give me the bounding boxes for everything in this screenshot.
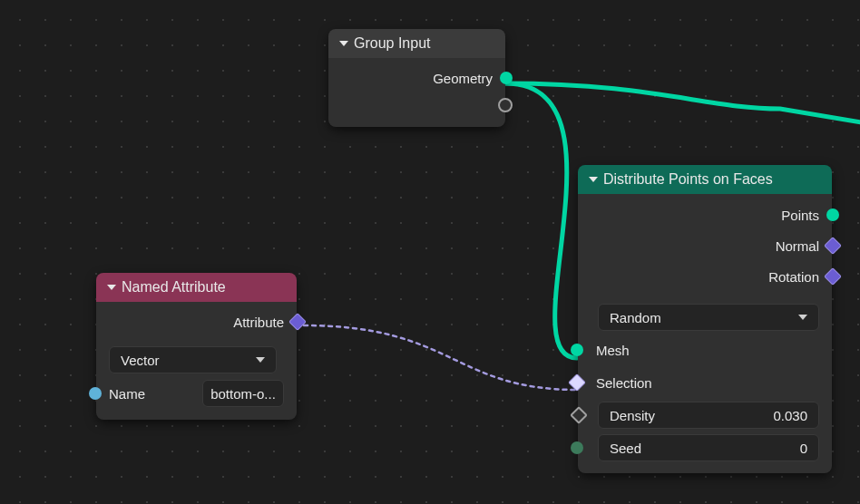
- socket-selection-in[interactable]: [568, 373, 586, 392]
- socket-attribute-out[interactable]: [288, 313, 307, 331]
- output-label-points: Points: [781, 208, 819, 223]
- chevron-down-icon: [339, 41, 348, 46]
- node-editor-canvas[interactable]: Group Input Geometry Named Attribute Att…: [0, 0, 860, 504]
- name-field[interactable]: bottom-o...: [202, 380, 284, 407]
- density-field[interactable]: Density 0.030: [598, 402, 819, 429]
- node-named-attribute[interactable]: Named Attribute Attribute Vector Name bo…: [96, 273, 297, 420]
- density-label: Density: [610, 408, 655, 423]
- chevron-down-icon: [798, 315, 807, 320]
- socket-geometry-out[interactable]: [500, 72, 513, 84]
- output-label-normal: Normal: [776, 238, 819, 254]
- node-title: Group Input: [354, 35, 431, 52]
- node-header[interactable]: Group Input: [328, 29, 505, 58]
- node-header[interactable]: Named Attribute: [96, 273, 297, 302]
- output-label-geometry: Geometry: [433, 71, 493, 86]
- output-label-attribute: Attribute: [233, 315, 284, 330]
- node-group-input[interactable]: Group Input Geometry: [328, 29, 505, 127]
- mode-dropdown[interactable]: Random: [598, 304, 819, 331]
- socket-rotation-out[interactable]: [824, 267, 842, 286]
- type-value: Vector: [121, 353, 160, 368]
- mode-value: Random: [610, 310, 661, 325]
- node-title: Distribute Points on Faces: [603, 171, 773, 188]
- input-label-mesh: Mesh: [596, 343, 630, 358]
- chevron-down-icon: [256, 357, 265, 363]
- node-header[interactable]: Distribute Points on Faces: [578, 165, 832, 194]
- socket-points-out[interactable]: [826, 208, 839, 221]
- input-label-selection: Selection: [596, 375, 652, 391]
- node-distribute-points[interactable]: Distribute Points on Faces Points Normal…: [578, 165, 832, 473]
- density-value: 0.030: [773, 408, 807, 423]
- chevron-down-icon: [589, 177, 598, 182]
- seed-value: 0: [800, 441, 807, 456]
- seed-label: Seed: [610, 441, 641, 456]
- socket-empty-out[interactable]: [498, 98, 513, 112]
- chevron-down-icon: [107, 285, 116, 290]
- name-label: Name: [109, 386, 145, 402]
- socket-density-in[interactable]: [570, 406, 588, 424]
- node-title: Named Attribute: [122, 279, 226, 296]
- socket-seed-in[interactable]: [571, 441, 583, 454]
- socket-mesh-in[interactable]: [571, 344, 583, 356]
- output-label-rotation: Rotation: [768, 269, 819, 285]
- name-value: bottom-o...: [210, 386, 276, 402]
- socket-normal-out[interactable]: [824, 237, 842, 255]
- type-dropdown[interactable]: Vector: [109, 346, 277, 373]
- seed-field[interactable]: Seed 0: [598, 434, 819, 461]
- socket-name-in[interactable]: [89, 387, 102, 400]
